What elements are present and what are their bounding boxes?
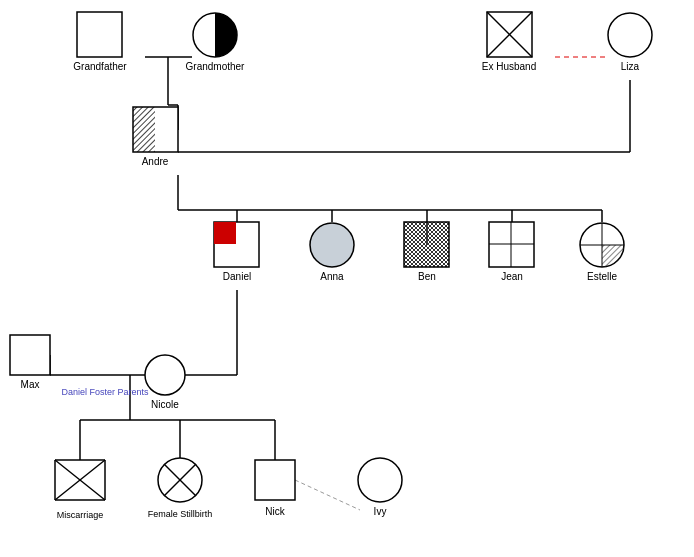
max-label: Max <box>21 379 40 390</box>
liza-symbol <box>608 13 652 57</box>
jean-label: Jean <box>501 271 523 282</box>
nick-symbol <box>255 460 295 500</box>
nicole-label: Nicole <box>151 399 179 410</box>
svg-line-29 <box>295 480 360 510</box>
daniel-label: Daniel <box>223 271 251 282</box>
miscarriage-label: Miscarriage <box>57 510 104 520</box>
grandfather-label: Grandfather <box>73 61 127 72</box>
grandfather-symbol <box>77 12 122 57</box>
nicole-symbol <box>145 355 185 395</box>
ben-symbol <box>404 222 449 267</box>
daniel-red <box>214 222 236 244</box>
genogram-svg: Grandfather Grandmother Ex Husband Liza … <box>0 0 694 557</box>
grandmother-fill <box>215 13 237 57</box>
nick-label: Nick <box>265 506 285 517</box>
anna-label: Anna <box>320 271 344 282</box>
female-stillbirth-label: Female Stillbirth <box>148 509 213 519</box>
ben-label: Ben <box>418 271 436 282</box>
ivy-symbol <box>358 458 402 502</box>
grandmother-label: Grandmother <box>186 61 246 72</box>
ex-husband-label: Ex Husband <box>482 61 536 72</box>
foster-parents-label: Daniel Foster Parents <box>61 387 149 397</box>
andre-hatch <box>133 107 155 152</box>
genogram-diagram: Grandfather Grandmother Ex Husband Liza … <box>0 0 694 557</box>
max-symbol <box>10 335 50 375</box>
estelle-hatch <box>602 245 624 267</box>
anna-symbol <box>310 223 354 267</box>
liza-label: Liza <box>621 61 640 72</box>
ivy-label: Ivy <box>374 506 387 517</box>
andre-label: Andre <box>142 156 169 167</box>
estelle-label: Estelle <box>587 271 617 282</box>
